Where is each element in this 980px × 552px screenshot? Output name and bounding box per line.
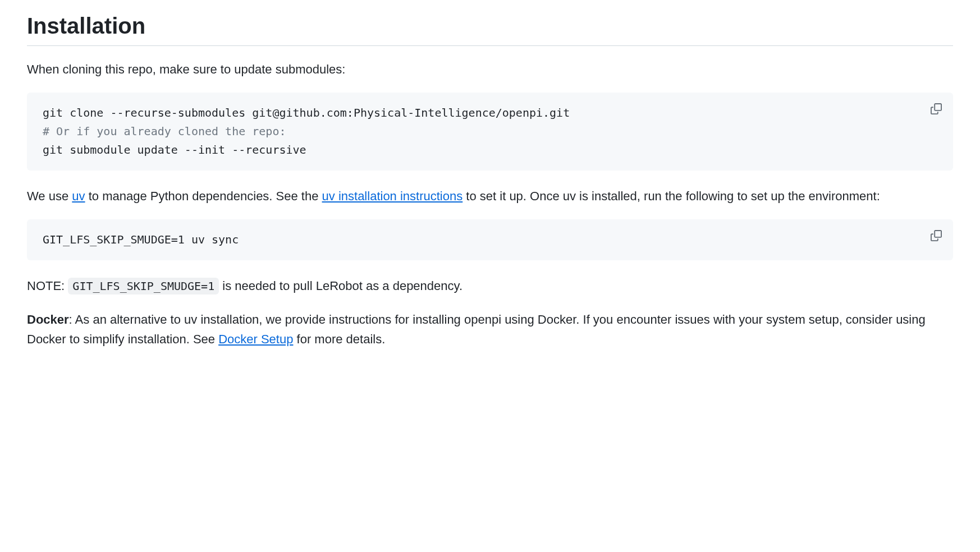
docker-setup-link[interactable]: Docker Setup — [218, 332, 293, 346]
text: to manage Python dependencies. See the — [85, 189, 322, 203]
code-line: git submodule update --init --recursive — [43, 141, 937, 159]
note-prefix: NOTE: — [27, 279, 68, 293]
page-heading: Installation — [27, 13, 953, 46]
code-block-sync: GIT_LFS_SKIP_SMUDGE=1 uv sync — [27, 219, 953, 260]
note-suffix: is needed to pull LeRobot as a dependenc… — [219, 279, 462, 293]
copy-icon — [931, 103, 942, 116]
uv-paragraph: We use uv to manage Python dependencies.… — [27, 186, 953, 206]
text: We use — [27, 189, 72, 203]
code-block-clone: git clone --recurse-submodules git@githu… — [27, 93, 953, 171]
copy-button[interactable] — [927, 100, 945, 118]
note-paragraph: NOTE: GIT_LFS_SKIP_SMUDGE=1 is needed to… — [27, 276, 953, 296]
code-line: git clone --recurse-submodules git@githu… — [43, 104, 937, 122]
docker-paragraph: Docker: As an alternative to uv installa… — [27, 310, 953, 349]
uv-install-link[interactable]: uv installation instructions — [322, 189, 463, 203]
inline-code: GIT_LFS_SKIP_SMUDGE=1 — [68, 278, 219, 295]
text: for more details. — [293, 332, 385, 346]
copy-icon — [931, 230, 942, 243]
text: : As an alternative to uv installation, … — [27, 312, 926, 346]
code-comment: # Or if you already cloned the repo: — [43, 122, 937, 141]
code-line: GIT_LFS_SKIP_SMUDGE=1 uv sync — [43, 231, 937, 249]
copy-button[interactable] — [927, 227, 945, 245]
intro-paragraph: When cloning this repo, make sure to upd… — [27, 59, 953, 79]
text: to set it up. Once uv is installed, run … — [462, 189, 880, 203]
uv-link[interactable]: uv — [72, 189, 85, 203]
docker-strong: Docker — [27, 312, 69, 326]
